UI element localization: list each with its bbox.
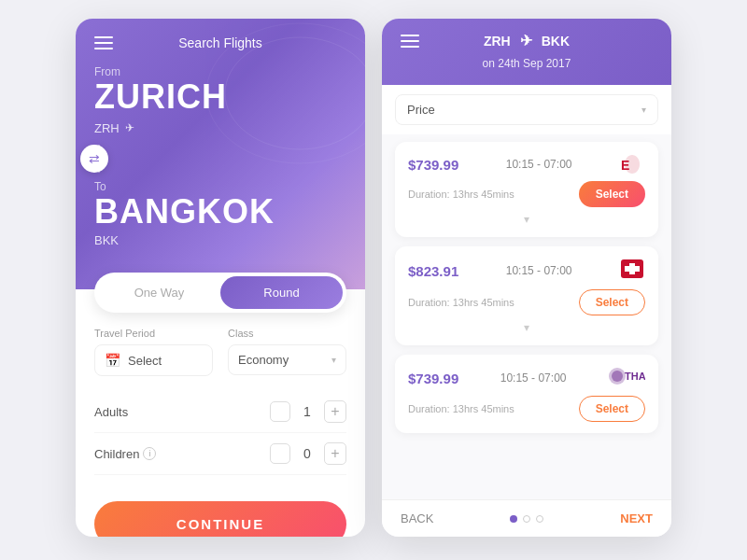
flight-1-select-button[interactable]: Select	[579, 181, 645, 207]
origin-code: ZRH	[484, 34, 511, 49]
class-label: Class	[228, 328, 346, 339]
calendar-icon: 📅	[105, 353, 120, 368]
filter-section: Price ▾	[382, 85, 671, 134]
results-menu-button[interactable]	[401, 35, 419, 48]
results-nav: ZRH ✈ BKK	[401, 32, 653, 49]
dest-code: BKK	[542, 34, 570, 49]
flight-3-bottom: Duration: 13hrs 45mins Select	[408, 396, 645, 422]
swap-button[interactable]: ⇄	[80, 145, 108, 173]
travel-period-field: Travel Period 📅 Select	[94, 328, 213, 376]
flight-3-top: $739.99 10:15 - 07:00 THAI	[408, 366, 645, 390]
emirates-logo: E	[619, 153, 645, 175]
from-city: ZURICH	[94, 78, 346, 116]
svg-text:E: E	[621, 158, 629, 173]
menu-button[interactable]	[94, 36, 113, 49]
dot-3	[536, 515, 543, 523]
search-header: Search Flights From ZURICH ZRH ✈ ⇄ To BA…	[76, 19, 365, 289]
swiss-logo	[619, 258, 645, 284]
flight-2-expand[interactable]: ▾	[408, 321, 645, 334]
adults-row: Adults 1 +	[94, 391, 346, 433]
dot-2	[523, 515, 530, 523]
flight-date: on 24th Sep 2017	[401, 57, 653, 70]
flight-1-expand[interactable]: ▾	[408, 213, 645, 226]
one-way-button[interactable]: One Way	[98, 276, 220, 309]
to-city: BANGKOK	[94, 193, 346, 231]
location-icon: ✈	[125, 121, 134, 134]
flight-1-bottom: Duration: 13hrs 45mins Select	[408, 181, 645, 207]
price-filter-arrow: ▾	[641, 105, 646, 115]
adults-count: 1	[300, 404, 315, 419]
from-label: From	[94, 65, 346, 78]
trip-type-toggle: One Way Round	[94, 273, 346, 313]
travel-period-label: Travel Period	[94, 328, 213, 339]
children-label-row: Children i	[94, 447, 156, 461]
travel-period-value: Select	[128, 354, 162, 368]
continue-button[interactable]: CONTINUE	[94, 501, 346, 537]
flight-1-duration: Duration: 13hrs 45mins	[408, 189, 514, 200]
flight-3-duration: Duration: 13hrs 45mins	[408, 403, 514, 414]
flight-3-time: 10:15 - 07:00	[458, 371, 608, 385]
svg-rect-3	[625, 266, 640, 272]
flight-1-price: $739.99	[408, 157, 458, 173]
page-title: Search Flights	[178, 35, 261, 50]
children-count: 0	[300, 446, 315, 461]
results-header: ZRH ✈ BKK on 24th Sep 2017	[382, 19, 671, 85]
app-container: Search Flights From ZURICH ZRH ✈ ⇄ To BA…	[0, 0, 747, 560]
next-button[interactable]: NEXT	[620, 511, 653, 525]
results-panel: ZRH ✈ BKK on 24th Sep 2017 Price ▾ $739.…	[382, 19, 671, 537]
flight-2-time: 10:15 - 07:00	[458, 264, 619, 277]
adults-label: Adults	[94, 405, 128, 419]
to-code: BKK	[94, 233, 346, 247]
children-label: Children	[94, 447, 139, 461]
flight-3-price: $739.99	[408, 371, 458, 386]
class-value: Economy	[238, 353, 289, 367]
period-class-row: Travel Period 📅 Select Class Economy ▾	[94, 328, 346, 376]
adults-checkbox[interactable]	[270, 401, 290, 422]
pagination-dots	[510, 515, 543, 523]
class-select[interactable]: Economy ▾	[228, 344, 346, 375]
dot-1	[510, 515, 517, 523]
header-nav: Search Flights	[94, 35, 346, 50]
from-code: ZRH	[94, 121, 120, 135]
flight-2-select-button[interactable]: Select	[579, 289, 645, 315]
adults-counter: 1 +	[270, 400, 346, 423]
route-display: ZRH ✈ BKK	[430, 32, 623, 49]
flight-plane-icon: ✈	[520, 32, 532, 49]
round-button[interactable]: Round	[220, 276, 343, 309]
class-field: Class Economy ▾	[228, 328, 346, 376]
from-code-row: ZRH ✈	[94, 121, 346, 135]
results-bottom-nav: BACK NEXT	[382, 499, 671, 537]
flight-2-duration: Duration: 13hrs 45mins	[408, 297, 514, 308]
back-button[interactable]: BACK	[401, 511, 433, 525]
children-row: Children i 0 +	[94, 433, 346, 475]
price-filter-label: Price	[407, 103, 435, 117]
to-label: To	[94, 180, 346, 193]
children-add-button[interactable]: +	[324, 442, 346, 465]
flight-1-time: 10:15 - 07:00	[458, 158, 619, 171]
flight-2-bottom: Duration: 13hrs 45mins Select	[408, 289, 645, 315]
price-filter-dropdown[interactable]: Price ▾	[395, 94, 658, 125]
thai-logo: THAI	[608, 366, 645, 390]
info-icon: i	[143, 447, 156, 460]
search-form: Travel Period 📅 Select Class Economy ▾ A…	[76, 313, 365, 490]
flight-card-2: $823.91 10:15 - 07:00 Duration: 13hrs 45…	[395, 246, 658, 345]
flight-card-1: $739.99 10:15 - 07:00 E Duration: 13hrs …	[395, 142, 658, 237]
svg-point-5	[612, 371, 623, 382]
flight-3-select-button[interactable]: Select	[579, 396, 645, 422]
flights-list: $739.99 10:15 - 07:00 E Duration: 13hrs …	[382, 134, 671, 499]
search-panel: Search Flights From ZURICH ZRH ✈ ⇄ To BA…	[76, 19, 365, 537]
svg-text:THAI: THAI	[625, 371, 645, 382]
flight-card-3: $739.99 10:15 - 07:00 THAI Duration: 13h…	[395, 355, 658, 433]
chevron-down-icon: ▾	[331, 355, 336, 365]
children-checkbox[interactable]	[270, 443, 290, 464]
adults-add-button[interactable]: +	[324, 400, 346, 423]
flight-1-top: $739.99 10:15 - 07:00 E	[408, 153, 645, 175]
flight-2-top: $823.91 10:15 - 07:00	[408, 258, 645, 284]
flight-2-price: $823.91	[408, 263, 458, 279]
children-counter: 0 +	[270, 442, 346, 465]
travel-period-input[interactable]: 📅 Select	[94, 344, 213, 376]
